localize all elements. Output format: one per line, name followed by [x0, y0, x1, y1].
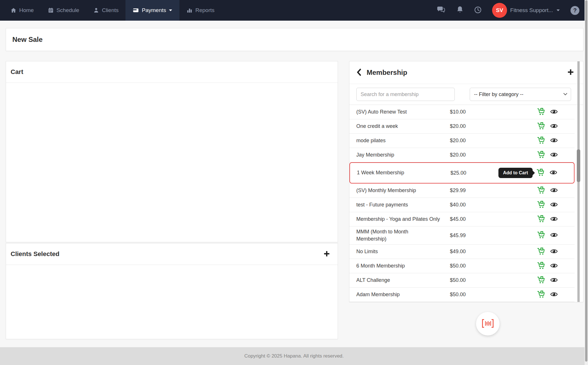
- eye-icon: [550, 231, 558, 240]
- page-title-card: New Sale: [6, 28, 583, 51]
- eye-icon: [550, 136, 558, 145]
- primary-nav: Home Schedule Clients Payments: [3, 0, 221, 21]
- view-membership-button[interactable]: [550, 136, 558, 145]
- view-membership-button[interactable]: [550, 276, 558, 285]
- membership-search-input[interactable]: [356, 88, 455, 101]
- membership-price: $40.00: [450, 202, 493, 208]
- cart-plus-icon: [537, 290, 545, 299]
- nav-item-schedule[interactable]: Schedule: [41, 0, 86, 21]
- view-membership-button[interactable]: [550, 122, 558, 131]
- category-filter-select[interactable]: -- Filter by category --: [470, 88, 571, 101]
- membership-filters: -- Filter by category --: [349, 84, 583, 105]
- view-membership-button[interactable]: [550, 290, 558, 299]
- clock-icon[interactable]: [474, 6, 482, 15]
- category-filter: -- Filter by category --: [470, 88, 571, 101]
- add-to-cart-button[interactable]: [537, 186, 545, 195]
- nav-item-payments[interactable]: Payments: [125, 0, 179, 21]
- account-menu[interactable]: SV Fitness Support...: [492, 3, 560, 18]
- credit-card-icon: [132, 7, 139, 13]
- nav-item-home[interactable]: Home: [3, 0, 41, 21]
- cart-plus-icon: [537, 136, 545, 145]
- view-membership-button[interactable]: [550, 151, 558, 159]
- cart-title: Cart: [11, 68, 23, 76]
- view-membership-button[interactable]: [550, 108, 558, 116]
- membership-row-actions: [537, 136, 558, 145]
- membership-row: 6 Month Membership $50.00: [349, 259, 575, 273]
- membership-name: Membership - Yoga and Pilates Only: [356, 216, 442, 223]
- clients-selected-panel: Clients Selected: [6, 243, 338, 339]
- membership-row-actions: [537, 122, 558, 131]
- help-icon[interactable]: ?: [570, 6, 579, 15]
- membership-row: test - Future payments $40.00: [349, 198, 575, 212]
- eye-icon: [550, 290, 558, 299]
- eye-icon: [550, 276, 558, 285]
- view-membership-button[interactable]: [550, 186, 558, 195]
- bell-icon[interactable]: [456, 6, 464, 15]
- back-button[interactable]: [356, 69, 361, 77]
- membership-price: $10.00: [450, 109, 493, 115]
- membership-name: (SV) Auto Renew Test: [356, 108, 442, 116]
- membership-row-actions: [537, 290, 558, 299]
- add-to-cart-button[interactable]: [537, 151, 545, 159]
- add-to-cart-button[interactable]: [537, 136, 545, 145]
- chevron-down-icon: [169, 9, 173, 12]
- nav-item-reports[interactable]: Reports: [179, 0, 221, 21]
- membership-row: Adam Membership $50.00: [349, 288, 575, 302]
- view-membership-button[interactable]: [550, 169, 557, 177]
- membership-price: $50.00: [450, 277, 493, 283]
- add-client-button[interactable]: [323, 250, 330, 258]
- add-to-cart-button[interactable]: [537, 231, 545, 240]
- add-to-cart-button[interactable]: [537, 215, 545, 224]
- nav-item-clients[interactable]: Clients: [86, 0, 125, 21]
- membership-name: No Limits: [356, 248, 442, 255]
- membership-row-actions: [537, 186, 558, 195]
- cart-plus-icon: [537, 276, 545, 285]
- membership-name: MMM (Month to Month Membership): [356, 228, 442, 243]
- account-name: Fitness Support...: [510, 7, 553, 13]
- membership-row: (SV) Monthly Membership $29.99: [349, 184, 575, 198]
- membership-price: $50.00: [450, 292, 493, 298]
- bar-chart-icon: [186, 7, 193, 13]
- page-scrollbar-thumb[interactable]: [585, 0, 587, 362]
- nav-utilities: SV Fitness Support... ?: [437, 0, 588, 21]
- add-to-cart-button[interactable]: [537, 262, 545, 270]
- add-to-cart-button[interactable]: [537, 290, 545, 299]
- membership-list: (SV) Auto Renew Test $10.00: [349, 105, 575, 302]
- membership-title: Membership: [367, 69, 407, 77]
- membership-price: $45.99: [450, 233, 493, 239]
- add-to-cart-button[interactable]: [537, 276, 545, 285]
- membership-name: 6 Month Membership: [356, 262, 442, 270]
- chat-icon[interactable]: [437, 6, 446, 15]
- view-membership-button[interactable]: [550, 231, 558, 240]
- membership-price: $20.00: [450, 123, 493, 129]
- add-to-cart-button[interactable]: [537, 108, 545, 116]
- panel-scrollbar-thumb[interactable]: [577, 149, 580, 182]
- membership-row-actions: [537, 215, 558, 224]
- eye-icon: [550, 262, 558, 270]
- membership-row: No Limits $49.00: [349, 245, 575, 259]
- view-membership-button[interactable]: [550, 215, 558, 224]
- membership-row: One credit a week $20.00: [349, 119, 575, 134]
- membership-row-actions: [537, 231, 558, 240]
- page-scrollbar[interactable]: [585, 0, 588, 365]
- view-membership-button[interactable]: [550, 262, 558, 270]
- top-nav: Home Schedule Clients Payments: [0, 0, 588, 21]
- add-to-cart-button[interactable]: [537, 122, 545, 131]
- nav-item-label: Reports: [195, 7, 214, 13]
- view-membership-button[interactable]: [550, 247, 558, 256]
- add-to-cart-button[interactable]: [537, 201, 545, 209]
- page-title: New Sale: [12, 36, 42, 44]
- add-to-cart-button[interactable]: [537, 169, 544, 177]
- view-membership-button[interactable]: [550, 201, 558, 209]
- left-column: Cart Clients Selected: [6, 61, 338, 339]
- cart-plus-icon: [537, 186, 545, 195]
- eye-icon: [550, 247, 558, 256]
- nav-item-label: Schedule: [57, 7, 79, 13]
- add-to-cart-button[interactable]: [537, 247, 545, 256]
- cart-plus-icon: [537, 169, 544, 177]
- add-membership-button[interactable]: [567, 68, 575, 77]
- eye-icon: [550, 169, 557, 177]
- barcode-scan-button[interactable]: [476, 312, 500, 335]
- membership-price: $20.00: [450, 138, 493, 144]
- cart-plus-icon: [537, 151, 545, 159]
